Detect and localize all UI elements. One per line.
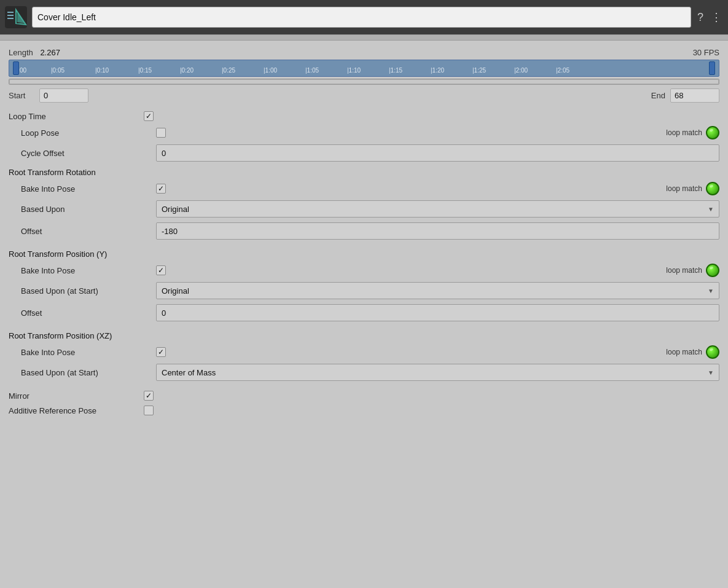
cycle-offset-input[interactable] [156, 144, 719, 162]
root-position-xz-based-dropdown[interactable]: Center of Mass ▼ [156, 364, 719, 381]
root-position-xz-bake-match: loop match [666, 345, 719, 359]
loop-time-checkbox[interactable] [144, 111, 154, 121]
app-logo [5, 6, 27, 28]
root-position-y-bake-match-dot [706, 264, 719, 277]
root-position-xz-bake-checkbox[interactable] [156, 347, 166, 357]
timeline-scrollbar[interactable] [9, 79, 719, 85]
loop-pose-label: Loop Pose [21, 128, 156, 138]
root-position-xz-based-value: Center of Mass [162, 368, 216, 377]
mirror-row: Mirror [9, 388, 719, 403]
loop-pose-row: Loop Pose loop match [9, 123, 719, 142]
root-rotation-bake-label: Bake Into Pose [21, 184, 156, 194]
mirror-label: Mirror [9, 391, 144, 401]
tick-2: |0:10 [95, 67, 109, 74]
tick-8: |1:10 [347, 67, 361, 74]
root-rotation-based-control: Original ▼ [156, 200, 719, 218]
root-rotation-offset-label: Offset [21, 227, 156, 236]
top-separator [0, 34, 728, 41]
timeline-ruler[interactable]: |0:00 |0:05 |0:10 |0:15 |0:20 |0:25 |1:0… [9, 60, 719, 77]
root-rotation-title: Root Transform Rotation [9, 164, 719, 179]
root-position-y-bake-match: loop match [666, 264, 719, 277]
root-position-y-offset-row: Offset [9, 302, 719, 324]
info-row: Length 2.267 30 FPS [9, 45, 719, 60]
root-rotation-bake-row: Bake Into Pose loop match [9, 179, 719, 198]
root-position-y-bake-control: loop match [156, 264, 719, 277]
root-rotation-based-dropdown[interactable]: Original ▼ [156, 200, 719, 218]
start-end-row: Start End [9, 88, 719, 103]
timeline-right-thumb[interactable] [709, 61, 715, 75]
root-position-xz-bake-match-dot [706, 345, 719, 359]
start-label: Start [9, 91, 39, 100]
root-position-y-based-dropdown[interactable]: Original ▼ [156, 282, 719, 299]
root-rotation-offset-input[interactable] [156, 222, 719, 240]
root-position-xz-based-control: Center of Mass ▼ [156, 364, 719, 381]
tick-7: |1:05 [305, 67, 319, 74]
tick-13: |2:05 [556, 67, 569, 74]
tick-11: |1:25 [472, 67, 486, 74]
tick-6: |1:00 [264, 67, 277, 74]
root-position-xz-based-row: Based Upon (at Start) Center of Mass ▼ [9, 361, 719, 383]
additive-ref-checkbox[interactable] [144, 406, 154, 415]
help-button[interactable]: ? [696, 10, 705, 25]
root-position-y-title: Root Transform Position (Y) [9, 246, 719, 261]
root-position-y-based-value: Original [162, 286, 189, 296]
scrollbar-thumb[interactable] [9, 79, 719, 84]
root-rotation-based-label: Based Upon [21, 205, 156, 214]
additive-ref-row: Additive Reference Pose [9, 403, 719, 418]
root-position-xz-bake-row: Bake Into Pose loop match [9, 343, 719, 361]
length-value: 2.267 [40, 48, 60, 57]
loop-time-label: Loop Time [9, 112, 144, 121]
tick-3: |0:15 [138, 67, 152, 74]
additive-ref-control [144, 406, 719, 415]
header-icon-group: ? ⋮ [696, 9, 723, 25]
root-position-xz-bake-label: Bake Into Pose [21, 348, 156, 357]
root-rotation-based-value: Original [162, 205, 189, 214]
loop-pose-match: loop match [666, 126, 719, 139]
loop-pose-control: loop match [156, 126, 719, 139]
root-rotation-offset-row: Offset [9, 220, 719, 242]
root-rotation-bake-match: loop match [666, 182, 719, 195]
tick-1: |0:05 [51, 67, 65, 74]
start-input[interactable] [39, 88, 88, 103]
root-position-y-bake-label: Bake Into Pose [21, 266, 156, 275]
end-label: End [651, 91, 665, 100]
root-position-y-based-label: Based Upon (at Start) [21, 286, 156, 296]
root-position-y-offset-control [156, 304, 719, 321]
mirror-control [144, 391, 719, 401]
root-position-y-offset-label: Offset [21, 308, 156, 318]
root-position-xz-title: Root Transform Position (XZ) [9, 327, 719, 343]
main-panel: Length 2.267 30 FPS |0:00 |0:05 |0:10 |0… [0, 41, 728, 423]
root-position-y-bake-match-label: loop match [666, 266, 702, 275]
loop-pose-checkbox[interactable] [156, 128, 166, 138]
additive-ref-label: Additive Reference Pose [9, 406, 144, 415]
root-position-xz-bake-match-label: loop match [666, 348, 702, 356]
root-rotation-bake-match-label: loop match [666, 184, 702, 193]
timeline-left-thumb[interactable] [13, 61, 19, 75]
header: ? ⋮ [0, 0, 728, 34]
loop-pose-match-dot [706, 126, 719, 139]
tick-12: |2:00 [514, 67, 528, 74]
menu-button[interactable]: ⋮ [710, 9, 723, 25]
tick-4: |0:20 [180, 67, 194, 74]
root-rotation-bake-control: loop match [156, 182, 719, 195]
root-rotation-bake-checkbox[interactable] [156, 184, 166, 194]
root-position-y-based-arrow: ▼ [708, 288, 714, 294]
loop-pose-match-label: loop match [666, 128, 702, 137]
root-rotation-based-row: Based Upon Original ▼ [9, 198, 719, 220]
root-position-y-bake-checkbox[interactable] [156, 265, 166, 275]
tick-9: |1:15 [389, 67, 402, 74]
root-position-y-based-row: Based Upon (at Start) Original ▼ [9, 280, 719, 302]
root-rotation-offset-control [156, 222, 719, 240]
fps-label: 30 FPS [693, 48, 719, 57]
loop-time-control [144, 111, 719, 121]
end-input[interactable] [670, 88, 719, 103]
mirror-checkbox[interactable] [144, 391, 154, 401]
loop-time-row: Loop Time [9, 109, 719, 123]
root-position-xz-bake-control: loop match [156, 345, 719, 359]
tick-5: |0:25 [222, 67, 235, 74]
cycle-offset-row: Cycle Offset [9, 142, 719, 164]
animation-title-input[interactable] [32, 7, 691, 28]
root-position-y-offset-input[interactable] [156, 304, 719, 321]
root-position-y-based-control: Original ▼ [156, 282, 719, 299]
length-group: Length 2.267 [9, 48, 60, 57]
